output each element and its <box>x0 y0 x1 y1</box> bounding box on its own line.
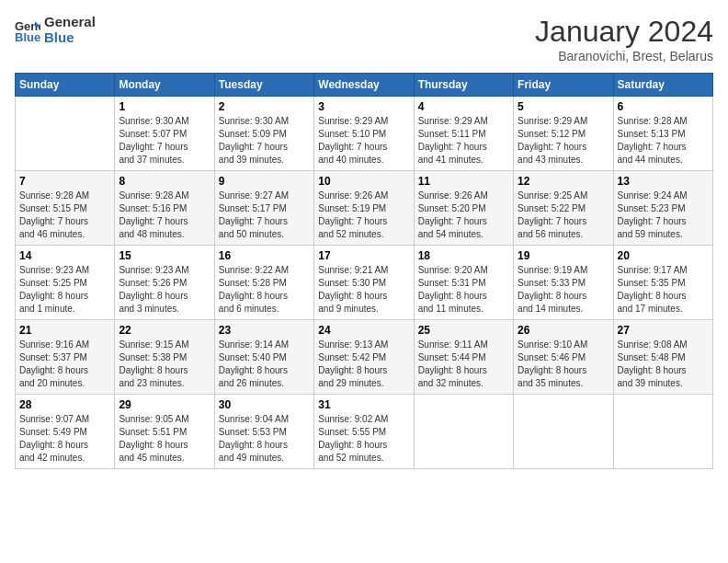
calendar-table: SundayMondayTuesdayWednesdayThursdayFrid… <box>15 73 713 469</box>
day-number: 4 <box>418 100 509 113</box>
day-number: 12 <box>518 175 609 188</box>
day-info: Sunrise: 9:28 AMSunset: 5:13 PMDaylight:… <box>618 115 709 167</box>
day-info: Sunrise: 9:26 AMSunset: 5:19 PMDaylight:… <box>318 190 409 241</box>
title-block: January 2024 Baranovichi, Brest, Belarus <box>535 15 713 63</box>
day-number: 2 <box>219 100 310 113</box>
day-info: Sunrise: 9:13 AMSunset: 5:42 PMDaylight:… <box>318 339 409 390</box>
calendar-cell: 15Sunrise: 9:23 AMSunset: 5:26 PMDayligh… <box>115 246 214 320</box>
calendar-cell <box>16 97 115 171</box>
day-number: 28 <box>19 398 110 411</box>
calendar-cell: 30Sunrise: 9:04 AMSunset: 5:53 PMDayligh… <box>214 395 313 469</box>
day-info: Sunrise: 9:21 AMSunset: 5:30 PMDaylight:… <box>318 264 409 316</box>
day-number: 17 <box>318 249 409 262</box>
day-number: 29 <box>119 398 210 411</box>
day-number: 1 <box>119 100 210 113</box>
day-info: Sunrise: 9:25 AMSunset: 5:22 PMDaylight:… <box>518 190 609 241</box>
calendar-cell: 1Sunrise: 9:30 AMSunset: 5:07 PMDaylight… <box>115 97 214 171</box>
day-number: 10 <box>318 175 409 188</box>
month-title: January 2024 <box>535 15 713 49</box>
calendar-cell: 2Sunrise: 9:30 AMSunset: 5:09 PMDaylight… <box>214 97 313 171</box>
day-info: Sunrise: 9:29 AMSunset: 5:11 PMDaylight:… <box>418 115 509 167</box>
day-info: Sunrise: 9:23 AMSunset: 5:25 PMDaylight:… <box>19 264 110 316</box>
calendar-cell: 12Sunrise: 9:25 AMSunset: 5:22 PMDayligh… <box>514 171 613 246</box>
calendar-cell: 27Sunrise: 9:08 AMSunset: 5:48 PMDayligh… <box>613 320 712 395</box>
calendar-cell: 16Sunrise: 9:22 AMSunset: 5:28 PMDayligh… <box>214 246 313 320</box>
calendar-cell: 29Sunrise: 9:05 AMSunset: 5:51 PMDayligh… <box>115 395 214 469</box>
calendar-cell: 31Sunrise: 9:02 AMSunset: 5:55 PMDayligh… <box>314 395 414 469</box>
day-info: Sunrise: 9:16 AMSunset: 5:37 PMDaylight:… <box>19 339 110 390</box>
day-number: 5 <box>518 100 609 113</box>
calendar-cell: 14Sunrise: 9:23 AMSunset: 5:25 PMDayligh… <box>16 246 115 320</box>
day-number: 23 <box>219 324 310 337</box>
calendar-cell: 4Sunrise: 9:29 AMSunset: 5:11 PMDaylight… <box>414 97 513 171</box>
calendar-cell: 17Sunrise: 9:21 AMSunset: 5:30 PMDayligh… <box>314 246 414 320</box>
day-info: Sunrise: 9:15 AMSunset: 5:38 PMDaylight:… <box>119 339 210 390</box>
calendar-cell: 8Sunrise: 9:28 AMSunset: 5:16 PMDaylight… <box>115 171 214 246</box>
day-info: Sunrise: 9:29 AMSunset: 5:12 PMDaylight:… <box>518 115 609 167</box>
day-info: Sunrise: 9:28 AMSunset: 5:16 PMDaylight:… <box>119 190 210 241</box>
day-info: Sunrise: 9:05 AMSunset: 5:51 PMDaylight:… <box>119 413 210 465</box>
calendar-week-row: 28Sunrise: 9:07 AMSunset: 5:49 PMDayligh… <box>16 395 713 469</box>
weekday-header-wednesday: Wednesday <box>314 74 414 97</box>
day-number: 13 <box>618 175 709 188</box>
day-info: Sunrise: 9:14 AMSunset: 5:40 PMDaylight:… <box>219 339 310 390</box>
logo-blue: Blue <box>44 30 96 46</box>
calendar-cell <box>613 395 712 469</box>
day-info: Sunrise: 9:22 AMSunset: 5:28 PMDaylight:… <box>219 264 310 316</box>
day-info: Sunrise: 9:10 AMSunset: 5:46 PMDaylight:… <box>518 339 609 390</box>
day-number: 26 <box>518 324 609 337</box>
weekday-header-tuesday: Tuesday <box>214 74 313 97</box>
weekday-header-thursday: Thursday <box>414 74 513 97</box>
calendar-cell: 20Sunrise: 9:17 AMSunset: 5:35 PMDayligh… <box>613 246 712 320</box>
calendar-cell: 6Sunrise: 9:28 AMSunset: 5:13 PMDaylight… <box>613 97 712 171</box>
day-info: Sunrise: 9:27 AMSunset: 5:17 PMDaylight:… <box>219 190 310 241</box>
day-number: 24 <box>318 324 409 337</box>
day-info: Sunrise: 9:29 AMSunset: 5:10 PMDaylight:… <box>318 115 409 167</box>
calendar-week-row: 7Sunrise: 9:28 AMSunset: 5:15 PMDaylight… <box>16 171 713 246</box>
day-info: Sunrise: 9:26 AMSunset: 5:20 PMDaylight:… <box>418 190 509 241</box>
calendar-cell: 23Sunrise: 9:14 AMSunset: 5:40 PMDayligh… <box>214 320 313 395</box>
calendar-cell: 9Sunrise: 9:27 AMSunset: 5:17 PMDaylight… <box>214 171 313 246</box>
day-number: 11 <box>418 175 509 188</box>
calendar-cell: 19Sunrise: 9:19 AMSunset: 5:33 PMDayligh… <box>514 246 613 320</box>
page-header: General Blue General Blue January 2024 B… <box>15 15 713 63</box>
logo-icon: General Blue <box>15 17 40 43</box>
day-number: 9 <box>219 175 310 188</box>
calendar-cell: 3Sunrise: 9:29 AMSunset: 5:10 PMDaylight… <box>314 97 414 171</box>
calendar-cell: 13Sunrise: 9:24 AMSunset: 5:23 PMDayligh… <box>613 171 712 246</box>
logo-general: General <box>44 15 96 30</box>
calendar-cell: 22Sunrise: 9:15 AMSunset: 5:38 PMDayligh… <box>115 320 214 395</box>
calendar-week-row: 1Sunrise: 9:30 AMSunset: 5:07 PMDaylight… <box>16 97 713 171</box>
day-number: 31 <box>318 398 409 411</box>
weekday-header-saturday: Saturday <box>613 74 712 97</box>
day-number: 14 <box>19 249 110 262</box>
day-number: 18 <box>418 249 509 262</box>
svg-text:Blue: Blue <box>15 30 40 43</box>
calendar-cell: 7Sunrise: 9:28 AMSunset: 5:15 PMDaylight… <box>16 171 115 246</box>
day-number: 22 <box>119 324 210 337</box>
calendar-week-row: 14Sunrise: 9:23 AMSunset: 5:25 PMDayligh… <box>16 246 713 320</box>
day-info: Sunrise: 9:20 AMSunset: 5:31 PMDaylight:… <box>418 264 509 316</box>
day-info: Sunrise: 9:08 AMSunset: 5:48 PMDaylight:… <box>618 339 709 390</box>
calendar-week-row: 21Sunrise: 9:16 AMSunset: 5:37 PMDayligh… <box>16 320 713 395</box>
day-number: 27 <box>618 324 709 337</box>
calendar-cell: 21Sunrise: 9:16 AMSunset: 5:37 PMDayligh… <box>16 320 115 395</box>
weekday-header-friday: Friday <box>514 74 613 97</box>
day-number: 8 <box>119 175 210 188</box>
day-info: Sunrise: 9:11 AMSunset: 5:44 PMDaylight:… <box>418 339 509 390</box>
day-number: 25 <box>418 324 509 337</box>
calendar-cell: 24Sunrise: 9:13 AMSunset: 5:42 PMDayligh… <box>314 320 414 395</box>
calendar-cell: 11Sunrise: 9:26 AMSunset: 5:20 PMDayligh… <box>414 171 513 246</box>
day-info: Sunrise: 9:17 AMSunset: 5:35 PMDaylight:… <box>618 264 709 316</box>
day-number: 16 <box>219 249 310 262</box>
day-number: 30 <box>219 398 310 411</box>
day-info: Sunrise: 9:24 AMSunset: 5:23 PMDaylight:… <box>618 190 709 241</box>
day-number: 19 <box>518 249 609 262</box>
day-number: 7 <box>19 175 110 188</box>
day-info: Sunrise: 9:02 AMSunset: 5:55 PMDaylight:… <box>318 413 409 465</box>
calendar-cell: 10Sunrise: 9:26 AMSunset: 5:19 PMDayligh… <box>314 171 414 246</box>
weekday-header-monday: Monday <box>115 74 214 97</box>
day-number: 15 <box>119 249 210 262</box>
weekday-header-sunday: Sunday <box>16 74 115 97</box>
calendar-cell <box>514 395 613 469</box>
